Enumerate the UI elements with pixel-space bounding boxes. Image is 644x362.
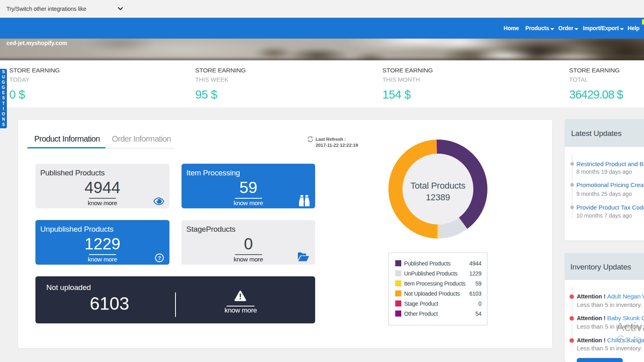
svg-text:?: ? (158, 255, 161, 261)
